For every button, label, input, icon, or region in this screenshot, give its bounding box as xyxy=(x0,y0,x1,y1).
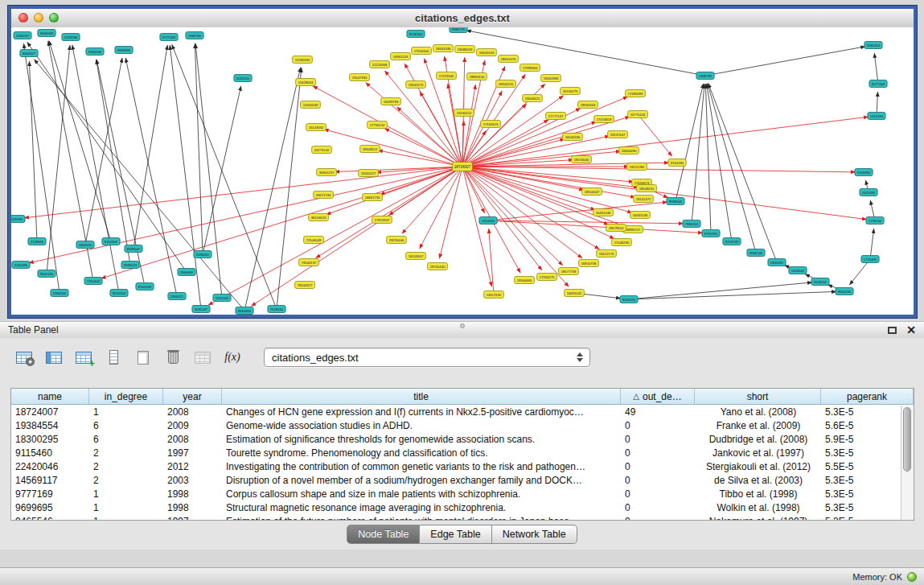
network-edge[interactable] xyxy=(420,92,461,163)
network-node[interactable]: 9515304 xyxy=(110,290,128,297)
column-header-out_degree[interactable]: △out_de… xyxy=(621,389,695,405)
network-node[interactable]: 17777147 xyxy=(546,113,566,120)
network-edge[interactable] xyxy=(578,294,621,299)
network-node[interactable]: 19086053 xyxy=(455,46,475,53)
network-node[interactable]: 1914545 xyxy=(479,217,497,225)
network-edge[interactable] xyxy=(489,229,494,290)
network-node[interactable]: 15302027 xyxy=(359,170,379,177)
network-node[interactable]: 18863100 xyxy=(467,73,487,80)
network-edge[interactable] xyxy=(384,128,459,164)
network-edge[interactable] xyxy=(396,107,459,164)
zoom-window-button[interactable] xyxy=(49,13,59,23)
network-node[interactable]: 2660516 xyxy=(76,241,94,249)
network-node[interactable]: 13428063 xyxy=(296,79,316,86)
network-edge[interactable] xyxy=(465,170,569,287)
network-edge[interactable] xyxy=(277,68,302,305)
network-edge[interactable] xyxy=(871,229,874,255)
network-node[interactable]: 9636069 xyxy=(38,30,55,37)
network-edge[interactable] xyxy=(849,262,868,285)
network-edge[interactable] xyxy=(708,84,755,249)
table-row[interactable]: 911546021997Tourette syndrome. Phenomeno… xyxy=(11,447,901,460)
network-node[interactable]: 15143552 xyxy=(306,124,326,131)
network-node[interactable]: 16045330 xyxy=(563,134,583,141)
network-edge[interactable] xyxy=(865,180,867,188)
network-node[interactable]: 15547394 xyxy=(350,74,370,81)
network-node[interactable]: 19235446 xyxy=(387,237,407,244)
network-node[interactable]: 9699695 xyxy=(115,47,133,54)
network-edge[interactable] xyxy=(245,68,301,307)
network-node[interactable]: 1414334 xyxy=(868,113,885,120)
network-edge[interactable] xyxy=(439,171,461,258)
network-node[interactable]: 18577758 xyxy=(559,268,579,275)
network-node[interactable]: 19412175 xyxy=(597,250,617,257)
network-node[interactable]: 15775105 xyxy=(628,111,648,118)
network-node[interactable]: 9465546 xyxy=(86,48,104,56)
network-node[interactable]: 16461246 xyxy=(593,209,614,216)
citation-network-graph[interactable]: 1872400715547394122240681696124317554300… xyxy=(11,27,914,315)
function-builder-icon[interactable]: f(x) xyxy=(221,347,244,369)
network-node[interactable]: 33671794 xyxy=(314,192,334,199)
network-node[interactable]: 18216640 xyxy=(572,156,592,163)
network-node[interactable]: 18104047 xyxy=(582,188,602,196)
network-node[interactable]: 9585776 xyxy=(450,27,467,33)
network-edge[interactable] xyxy=(633,291,836,299)
network-window-titlebar[interactable]: citations_edges.txt xyxy=(11,9,914,28)
network-node[interactable]: 18724007 xyxy=(453,163,473,171)
network-node[interactable]: 17485083 xyxy=(626,90,646,97)
network-edge[interactable] xyxy=(251,169,458,307)
network-node[interactable]: 17554300 xyxy=(412,47,432,55)
network-node[interactable]: 1775405 xyxy=(861,256,879,263)
network-node[interactable]: 17046290 xyxy=(612,239,632,246)
network-node[interactable]: 13230212 xyxy=(454,109,474,117)
network-edge[interactable] xyxy=(24,167,458,218)
table-row[interactable]: 977716911998Corpus callosum shape and si… xyxy=(11,488,901,501)
network-edge[interactable] xyxy=(640,117,672,156)
network-node[interactable]: 18309612 xyxy=(360,146,380,153)
network-node[interactable]: 19344660 xyxy=(515,277,535,284)
network-node[interactable]: 7946162 xyxy=(683,220,700,228)
network-node[interactable]: 18752440 xyxy=(428,263,448,270)
network-node[interactable]: 12224068 xyxy=(370,61,390,68)
network-node[interactable]: 72544049 xyxy=(304,237,324,244)
network-node[interactable]: 1948700 xyxy=(186,32,203,39)
network-edge[interactable] xyxy=(466,167,635,197)
network-node[interactable]: 16942210 xyxy=(496,80,516,88)
network-node[interactable]: 2026050 xyxy=(11,216,25,223)
network-node[interactable]: 8554804 xyxy=(236,307,253,315)
network-node[interactable]: 1948794 xyxy=(696,72,714,80)
network-node[interactable]: 16155275 xyxy=(561,88,581,95)
network-node[interactable]: 16844490 xyxy=(619,147,639,154)
network-node[interactable]: 16861755 xyxy=(363,194,383,201)
close-panel-icon[interactable]: ✕ xyxy=(906,324,916,336)
network-node[interactable]: 16103447 xyxy=(406,253,426,260)
table-row[interactable]: 946554611997Estimation of the future num… xyxy=(11,515,901,520)
new-column-icon[interactable] xyxy=(72,347,95,369)
network-node[interactable]: 12280492 xyxy=(293,56,313,64)
column-header-short[interactable]: short xyxy=(695,389,821,405)
network-edge[interactable] xyxy=(466,168,596,210)
network-node[interactable]: 2128945 xyxy=(28,238,46,245)
tab-edge-table[interactable]: Edge Table xyxy=(420,525,491,544)
network-node[interactable]: 1805492 xyxy=(768,259,786,266)
show-columns-icon[interactable] xyxy=(43,347,65,369)
network-edge[interactable] xyxy=(466,31,701,75)
float-panel-icon[interactable] xyxy=(888,327,897,334)
network-node[interactable]: 5590414 xyxy=(864,42,882,49)
network-node[interactable]: 1519384 xyxy=(855,169,873,176)
network-node[interactable]: 7254404 xyxy=(84,278,102,285)
network-edge[interactable] xyxy=(420,170,461,249)
network-edge[interactable] xyxy=(324,130,459,166)
network-node[interactable]: 9777169 xyxy=(160,34,178,41)
network-node[interactable]: 8599547 xyxy=(125,245,142,253)
network-edge[interactable] xyxy=(29,167,458,263)
network-node[interactable]: 1726034 xyxy=(866,217,884,225)
network-node[interactable]: 8791970 xyxy=(702,230,720,237)
network-edge[interactable] xyxy=(466,104,527,164)
tab-network-table[interactable]: Network Table xyxy=(492,525,577,544)
network-node[interactable]: 9277444 xyxy=(869,80,887,88)
panel-drag-handle[interactable] xyxy=(460,323,465,328)
scrollbar-thumb[interactable] xyxy=(903,407,911,472)
network-node[interactable]: 17999364 xyxy=(520,64,540,72)
network-edge[interactable] xyxy=(463,171,491,286)
network-node[interactable]: 24275132 xyxy=(312,146,332,154)
